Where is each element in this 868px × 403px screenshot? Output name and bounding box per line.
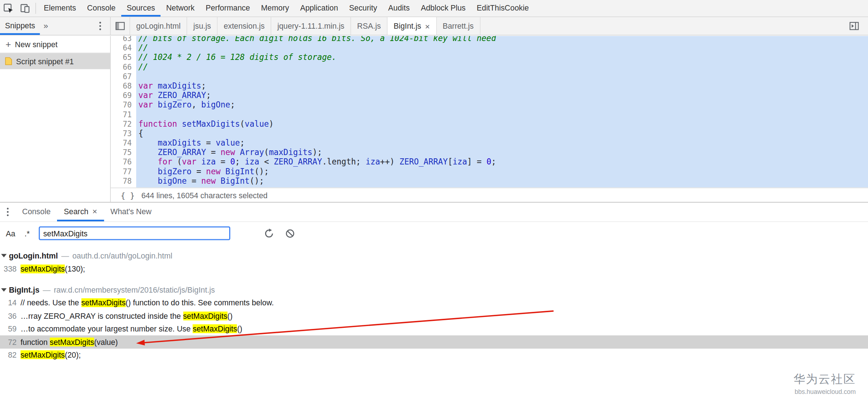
file-tab-jsu-js[interactable]: jsu.js	[187, 17, 218, 35]
disclosure-triangle-icon[interactable]	[1, 288, 7, 291]
drawer-tab-label: Search	[64, 207, 89, 215]
code-token: (	[264, 148, 269, 156]
code-token: (	[240, 119, 245, 128]
gutter-line-number: 69	[111, 91, 136, 100]
main-tab-console[interactable]: Console	[82, 0, 121, 17]
search-input[interactable]	[39, 226, 230, 240]
code-token	[138, 176, 158, 185]
main-tab-memory[interactable]: Memory	[256, 0, 295, 17]
drawer-tabs: ConsoleSearch×What's New	[16, 203, 158, 221]
drawer-tab-search[interactable]: Search×	[57, 203, 104, 221]
code-token	[235, 148, 240, 156]
search-match-row[interactable]: 59…to accommodate your largest number si…	[0, 322, 868, 335]
debugger-panel-toggle-icon[interactable]	[845, 17, 864, 35]
code-token: for	[158, 158, 172, 166]
pretty-print-icon[interactable]: { }	[121, 191, 135, 200]
disclosure-triangle-icon[interactable]	[1, 254, 7, 257]
code-area[interactable]: 63646566676869707172737475767778 // bits…	[111, 36, 868, 188]
code-line: // bits of storage. Each digit holds 16 …	[136, 36, 868, 43]
code-token	[138, 148, 158, 156]
match-text: ()	[237, 325, 242, 333]
match-line-number: 14	[0, 298, 17, 307]
code-token: ;	[491, 158, 496, 166]
main-tab-network[interactable]: Network	[161, 0, 200, 17]
code-token: ++)	[380, 158, 399, 166]
match-line-number: 82	[0, 350, 17, 359]
code-token: ;	[201, 81, 206, 90]
refresh-icon[interactable]	[262, 227, 276, 240]
file-tab-label: goLogin.html	[136, 17, 181, 35]
search-result-file-header[interactable]: goLogin.html—oauth.d.cn/auth/goLogin.htm…	[0, 249, 868, 262]
code-token: var	[138, 91, 153, 99]
code-token	[138, 138, 158, 147]
drawer-tab-console[interactable]: Console	[16, 203, 57, 221]
main-tab-performance[interactable]: Performance	[200, 0, 256, 17]
main-tab-sources[interactable]: Sources	[121, 0, 161, 17]
match-content: // needs. Use the setMaxDigits() functio…	[20, 298, 273, 307]
drawer-tab-what-s-new[interactable]: What's New	[104, 203, 158, 221]
match-content: …rray ZERO_ARRAY is constructed inside t…	[20, 312, 232, 320]
code-token: //	[138, 62, 148, 71]
match-text: function	[20, 337, 50, 346]
navigator-menu-icon[interactable]	[94, 17, 107, 35]
match-text: () function to do this. See comments bel…	[126, 298, 274, 307]
file-tab-bigint-js[interactable]: BigInt.js×	[388, 17, 437, 35]
main-tab-audits[interactable]: Audits	[383, 0, 415, 17]
search-match-row[interactable]: 14// needs. Use the setMaxDigits() funct…	[0, 296, 868, 309]
snippet-item[interactable]: Script snippet #1	[0, 53, 110, 69]
search-match-row[interactable]: 72function setMaxDigits(value)	[0, 335, 868, 349]
inspect-element-icon[interactable]	[0, 0, 17, 17]
code-token: BigInt	[226, 167, 255, 176]
second-toolbar-row: Snippets » goLogin.htmljsu.jsextension.j…	[0, 17, 868, 35]
file-tab-label: Barrett.js	[443, 17, 474, 35]
drawer-tabbar: ConsoleSearch×What's New	[0, 203, 868, 222]
main-tab-security[interactable]: Security	[344, 0, 383, 17]
file-tab-rsa-js[interactable]: RSA.js	[351, 17, 388, 35]
code-token: bigOne	[158, 176, 187, 185]
code-token: 0	[486, 158, 491, 166]
new-snippet-button[interactable]: + New snippet	[0, 36, 110, 53]
search-match-row[interactable]: 82setMaxDigits(20);	[0, 349, 868, 362]
main-tab-adblock-plus[interactable]: Adblock Plus	[415, 0, 471, 17]
close-icon[interactable]: ×	[92, 207, 97, 215]
code-line: //	[136, 43, 868, 53]
match-text: …rray ZERO_ARRAY is constructed inside t…	[20, 312, 183, 320]
code-token: maxDigits	[158, 138, 201, 147]
selection-status-text: 644 lines, 16054 characters selected	[141, 191, 268, 200]
search-result-group: BigInt.js—raw.d.cn/membersystem/2016/sta…	[0, 283, 868, 362]
sources-panel-content: + New snippet Script snippet #1 63646566…	[0, 36, 868, 203]
drawer-menu-icon[interactable]	[0, 203, 16, 221]
code-token: //	[138, 43, 148, 52]
code-token: iza	[201, 158, 216, 166]
match-case-button[interactable]: Aa	[2, 229, 19, 237]
match-text: …to accommodate your largest number size…	[20, 325, 192, 333]
match-text: // needs. Use the	[20, 298, 81, 307]
file-tab-barrett-js[interactable]: Barrett.js	[437, 17, 480, 35]
result-file-path: oauth.d.cn/auth/goLogin.html	[72, 251, 172, 260]
search-match-row[interactable]: 338setMaxDigits(130);	[0, 262, 868, 275]
code-token	[177, 119, 182, 128]
search-result-file-header[interactable]: BigInt.js—raw.d.cn/membersystem/2016/sta…	[0, 283, 868, 297]
drawer: ConsoleSearch×What's New Aa .* goLogin.h…	[0, 202, 868, 403]
file-tab-jquery-1-11-1-min-js[interactable]: jquery-1.11.1.min.js	[271, 17, 351, 35]
code-token: ZERO_ARRAY	[158, 91, 206, 99]
main-tab-application[interactable]: Application	[295, 0, 344, 17]
file-tab-gologin-html[interactable]: goLogin.html	[130, 17, 187, 35]
file-tab-extension-js[interactable]: extension.js	[218, 17, 271, 35]
search-match-row[interactable]: 36…rray ZERO_ARRAY is constructed inside…	[0, 309, 868, 322]
code-token: iza	[453, 158, 467, 166]
tab-snippets[interactable]: Snippets	[0, 17, 40, 35]
code-token: [	[448, 158, 453, 166]
tab-overflow-chevron-icon[interactable]: »	[40, 17, 51, 35]
main-tab-editthiscookie[interactable]: EditThisCookie	[471, 0, 534, 17]
clear-icon[interactable]	[283, 227, 297, 240]
device-toolbar-icon[interactable]	[17, 0, 33, 17]
editor-code-pane[interactable]: // bits of storage. Each digit holds 16 …	[136, 36, 868, 188]
regex-button[interactable]: .*	[19, 229, 36, 237]
match-text: (20);	[65, 350, 81, 359]
search-toolbar: Aa .*	[0, 222, 868, 244]
close-icon[interactable]: ×	[425, 22, 430, 30]
editor-code-lines: // bits of storage. Each digit holds 16 …	[136, 36, 868, 186]
navigator-toggle-icon[interactable]	[111, 17, 130, 35]
main-tab-elements[interactable]: Elements	[38, 0, 81, 17]
